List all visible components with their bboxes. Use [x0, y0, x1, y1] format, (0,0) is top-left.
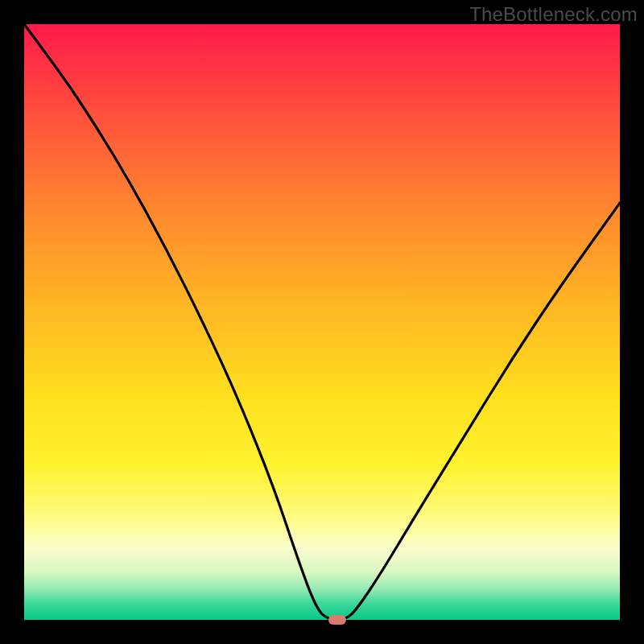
- optimal-point-marker: [328, 615, 346, 625]
- bottleneck-curve: [24, 24, 620, 620]
- chart-svg: [24, 24, 620, 620]
- chart-plot-area: [24, 24, 620, 620]
- chart-frame: TheBottleneck.com: [0, 0, 644, 644]
- watermark-text: TheBottleneck.com: [469, 3, 638, 26]
